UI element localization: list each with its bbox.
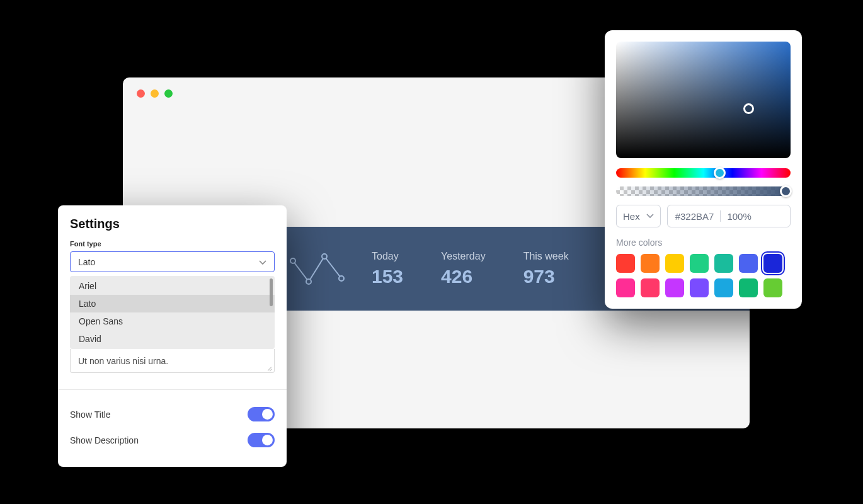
show-title-toggle[interactable] [248,407,275,421]
show-description-toggle[interactable] [248,433,275,447]
more-colors-label: More colors [616,238,791,248]
stat-label: Today [372,251,403,262]
window-controls [137,89,173,98]
toggle-row-show-title: Show Title [58,401,287,427]
toggle-label: Show Description [70,435,139,445]
color-format-select[interactable]: Hex [616,205,661,227]
settings-title: Settings [58,205,287,238]
maximize-window-icon[interactable] [164,89,173,98]
stat-label: This week [523,251,569,262]
toggle-label: Show Title [70,410,111,420]
color-inputs-row: Hex #322BA7 100% [616,205,791,227]
stat-value: 973 [523,266,569,287]
color-format-value: Hex [623,211,640,222]
stat-block: This week 973 [523,251,569,287]
font-option[interactable]: Open Sans [70,312,275,330]
opacity-value: 100% [727,211,751,222]
color-swatch[interactable] [739,278,758,297]
font-option[interactable]: Ariel [70,277,275,295]
color-swatch[interactable] [739,254,758,273]
color-swatch[interactable] [714,254,733,273]
color-swatch[interactable] [641,278,660,297]
stat-block: Today 153 [372,251,403,287]
divider [720,210,721,222]
chevron-down-icon [259,256,266,268]
chevron-down-icon [646,214,654,219]
settings-panel: Settings Font type Lato Ariel Lato Open … [58,205,287,467]
hex-input[interactable]: #322BA7 100% [667,205,791,227]
color-swatch[interactable] [665,254,684,273]
close-window-icon[interactable] [137,89,145,98]
font-type-label: Font type [58,238,287,251]
minimize-window-icon[interactable] [151,89,159,98]
description-input[interactable]: Ut non varius nisi urna. [70,349,275,373]
font-option[interactable]: David [70,330,275,348]
sparkline-icon [290,247,353,291]
color-swatch[interactable] [616,254,635,273]
font-select[interactable]: Lato [70,251,275,272]
swatch-grid [616,254,791,297]
divider [58,389,287,390]
hue-thumb-icon[interactable] [714,167,726,179]
font-dropdown-list: Ariel Lato Open Sans David [70,276,275,349]
color-swatch[interactable] [714,278,733,297]
stat-block: Yesterday 426 [441,251,486,287]
opacity-thumb-icon[interactable] [780,185,792,197]
svg-point-1 [306,279,311,284]
stat-value: 153 [372,266,403,287]
opacity-slider[interactable] [616,186,791,196]
font-select-value: Lato [78,257,95,267]
stat-value: 426 [441,266,486,287]
font-option[interactable]: Lato [70,295,275,312]
color-swatch[interactable] [616,278,635,297]
svg-point-2 [322,254,327,259]
stat-label: Yesterday [441,251,486,262]
hex-value: #322BA7 [675,211,714,222]
color-swatch[interactable] [641,254,660,273]
color-swatch[interactable] [763,254,782,273]
resize-handle-icon[interactable] [266,364,272,370]
scrollbar-thumb[interactable] [270,278,273,306]
color-picker-panel: Hex #322BA7 100% More colors [605,30,802,309]
hue-slider[interactable] [616,168,791,178]
color-swatch[interactable] [690,278,709,297]
saturation-brightness-field[interactable] [616,42,791,158]
color-swatch[interactable] [690,254,709,273]
svg-point-3 [339,276,344,281]
description-value: Ut non varius nisi urna. [78,356,168,366]
svg-point-0 [290,258,295,263]
toggle-knob-icon [262,409,273,420]
color-cursor-icon[interactable] [743,103,754,114]
toggle-knob-icon [262,435,273,445]
color-swatch[interactable] [665,278,684,297]
color-swatch[interactable] [763,278,782,297]
toggle-row-show-description: Show Description [58,427,287,453]
